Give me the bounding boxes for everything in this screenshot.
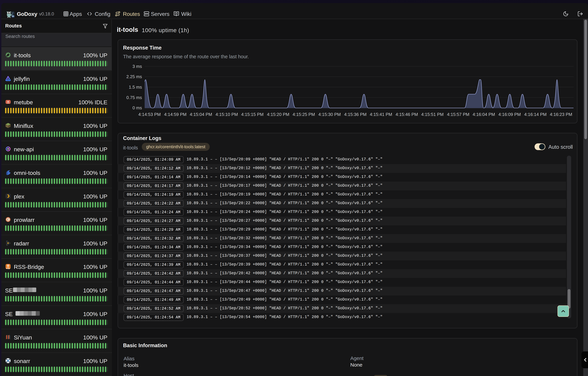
svg-text:Bridge: Bridge [6, 268, 10, 269]
